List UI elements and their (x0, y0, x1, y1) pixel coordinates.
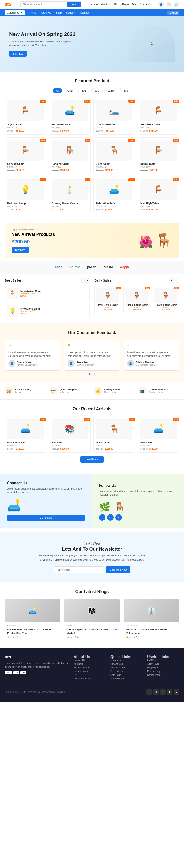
footer-link-item[interactable]: About Page (147, 663, 179, 665)
footer-social-in[interactable]: in (153, 689, 159, 695)
nav-about[interactable]: About Us (100, 3, 111, 6)
footer-link-item[interactable]: Terms & Policies (74, 666, 106, 669)
nav-blog[interactable]: Blog (132, 3, 137, 6)
recent-product-prices: $760.00 $524.00 (96, 447, 133, 450)
tab-lamp[interactable]: Lamp (104, 88, 117, 93)
best-seller-item[interactable]: 💡 New Micro Lamp ★★★★☆ 4.0/5 $88.5 (5, 303, 90, 319)
recent-product-card[interactable]: Sale 📚 Book Self PR#25442 $680.00 $480.0… (49, 416, 90, 453)
footer-link-item[interactable]: Sale Page (110, 674, 143, 676)
tab-table[interactable]: Table (119, 88, 131, 93)
blog-card[interactable]: 👨‍👩‍👧 Oct 02, 2021 Global Organization H… (64, 599, 120, 641)
product-card[interactable]: New 💡 Bedroom Lamp PR#25436 $340.00 $260… (5, 177, 46, 213)
product-card[interactable]: Sale 🪑 Dining Table PR#25433 $750.00 $59… (138, 137, 179, 174)
footer-link-item[interactable]: Shop Now (110, 659, 143, 661)
footer-link-item[interactable]: Blog Page (147, 666, 179, 669)
nav-bar-about[interactable]: About Us (41, 11, 51, 14)
recent-product-card[interactable]: New 🛋️ Relax Sofa PR#25447 $890.00 $640.… (138, 416, 179, 453)
footer-link-item[interactable]: Search Page (147, 674, 179, 676)
nav-bar-shop[interactable]: Shop (56, 11, 62, 14)
footer-social-yt[interactable]: ▶ (174, 689, 179, 695)
logo[interactable]: uto (5, 2, 11, 7)
nav-bar-home[interactable]: Home (30, 11, 36, 14)
recent-product-name: Relax Sofa (140, 441, 177, 444)
newsletter-subscribe-button[interactable]: Subscribe Now (106, 566, 131, 573)
best-seller-prev[interactable]: ‹ (80, 278, 84, 283)
product-card[interactable]: New 🛋️ Furnished Sofa PR#25432 $880.00 $… (49, 98, 90, 134)
daily-card[interactable]: Sale 🪑 Simple Sitting Chair $850.00 $600… (123, 285, 150, 313)
product-card[interactable]: New 🛋️ Relaxation Sofa PR#25440 $980.00 … (94, 177, 135, 213)
dot-2[interactable] (91, 373, 93, 375)
tab-chair[interactable]: Chair (64, 88, 76, 93)
hero-buy-button[interactable]: Buy Now (9, 51, 27, 57)
best-seller-next[interactable]: › (85, 278, 90, 283)
nav-home[interactable]: Home (91, 3, 98, 6)
footer-link-item[interactable]: Privacy Policy (74, 670, 106, 673)
footer-link-item[interactable]: New Arrivals (110, 663, 143, 665)
social-instagram[interactable]: in (107, 514, 114, 521)
arrival-buy-button[interactable]: Buy Now (11, 247, 29, 253)
bs-stars: ★★★★★ 4.5/5 (21, 292, 41, 295)
tab-sofa[interactable]: Sofa (91, 88, 103, 93)
dot-3[interactable] (94, 373, 95, 375)
daily-card[interactable]: Hot 🪑 Plastic Sitting Chair $650.00 $380… (152, 285, 179, 313)
product-card[interactable]: Hot 🕯️ Drawing Room Candle PR#25427 $120… (49, 177, 90, 213)
product-new-price: $260.00 (16, 208, 24, 211)
user-icon[interactable]: 👤 (158, 2, 164, 7)
nav-contact[interactable]: Contact (140, 3, 149, 6)
product-id: PR#25444 (51, 166, 88, 168)
nav-bar-contact[interactable]: Contact (80, 11, 89, 14)
footer-link-item[interactable]: Monthly Offers (110, 666, 143, 669)
brands-section: edge Shipt✓ pacfic presto Rappi (0, 261, 184, 274)
feedback-section: Our Customer Feedback ❝ Lorem ipsum dolo… (0, 323, 184, 382)
footer-social-f[interactable]: f (146, 689, 152, 695)
footer-link-item[interactable]: FAQ (74, 674, 106, 676)
arrival-plant-icon: 🌺 (139, 235, 153, 249)
daily-sales-prev[interactable]: ‹ (169, 278, 174, 283)
daily-sales-next[interactable]: › (175, 278, 179, 283)
nav-shop[interactable]: Shop (114, 3, 120, 6)
footer-social-p[interactable]: p (167, 689, 173, 695)
product-card[interactable]: New 🪑 Stylish Chair PR#25415 $990.00 $55… (5, 98, 46, 134)
product-card[interactable]: New 🪑 3 Leg Chair PR#25425 $560.00 $420.… (94, 137, 135, 174)
blog-comments: 💬 11 (75, 636, 80, 639)
search-button[interactable]: Search (67, 2, 81, 7)
recent-product-card[interactable]: New 🛋️ Relaxation Sofa PR#25440 $980.00 … (5, 416, 46, 453)
header: uto Search Home About Us Shop Pages Blog… (0, 0, 184, 9)
tab-all[interactable]: All (53, 88, 62, 93)
footer-link-item[interactable]: Contact Us (74, 659, 106, 661)
social-twitter[interactable]: t (115, 514, 122, 521)
tab-bed[interactable]: Bed (78, 88, 89, 93)
product-card[interactable]: New 🛏️ Comfortable Bed PR#25421 $1200.00… (94, 98, 135, 134)
product-card[interactable]: Hot 🪑 Hanging Chair PR#25444 $450.00 $32… (49, 137, 90, 174)
load-more-button[interactable]: Load More (80, 456, 104, 463)
user-role: Manager, ECommerce (17, 364, 38, 366)
daily-card[interactable]: New 🪑 Park Sitting Chair $968.00 $520.00 (94, 285, 121, 313)
newsletter-email-input[interactable] (53, 566, 104, 573)
nav-bar-pages[interactable]: Pages ▾ (66, 11, 75, 14)
connect-button[interactable]: Contact Us (7, 515, 85, 521)
footer-link-item[interactable]: FAQ Page (147, 659, 179, 661)
footer-link-item[interactable]: Best Sellers (110, 670, 143, 673)
best-seller-item[interactable]: 🪑 New Arrival Chair ★★★★★ 4.5/5 $44.5 (5, 285, 90, 301)
recent-product-card[interactable]: Hot 🪑 Relax Chairs PR#25445 $760.00 $524… (94, 416, 135, 453)
language-button[interactable]: English (168, 10, 179, 15)
footer-link-item[interactable]: Search Page (110, 677, 143, 680)
social-facebook[interactable]: f (99, 514, 105, 521)
footer-link-item[interactable]: About Us (74, 663, 106, 665)
footer-link-item[interactable]: Contact Page (147, 670, 179, 673)
product-card[interactable]: Sale 🪑 Affordable Chair PR#25419 $760.00… (138, 98, 179, 134)
blog-body: Sep 30, 2021 We Produce The Best And The… (5, 622, 60, 641)
blog-card[interactable]: 👔 Oct 05, 2021 We Work To Make A Good & … (123, 599, 179, 641)
product-card[interactable]: New 🪑 Gaming Chair PR#25418 $870.00 $654… (5, 137, 46, 174)
product-card[interactable]: Sale 🪑 Mini High Table PR#25438 $680.00 … (138, 177, 179, 213)
wishlist-icon[interactable]: ♡ (166, 2, 172, 7)
blog-card[interactable]: 🛋️ Sep 30, 2021 We Produce The Best And … (5, 599, 61, 641)
cart-icon[interactable]: 🛒 (174, 2, 179, 7)
feature-title: Protected Media (149, 388, 169, 391)
nav-pages[interactable]: Pages (122, 3, 129, 6)
footer-link-item[interactable]: Our Latest Blogs (74, 677, 106, 680)
footer-social-t[interactable]: t (160, 689, 165, 695)
categories-button[interactable]: Categories ▼ (5, 10, 25, 15)
dot-1[interactable] (89, 373, 90, 375)
search-input[interactable] (21, 2, 67, 7)
